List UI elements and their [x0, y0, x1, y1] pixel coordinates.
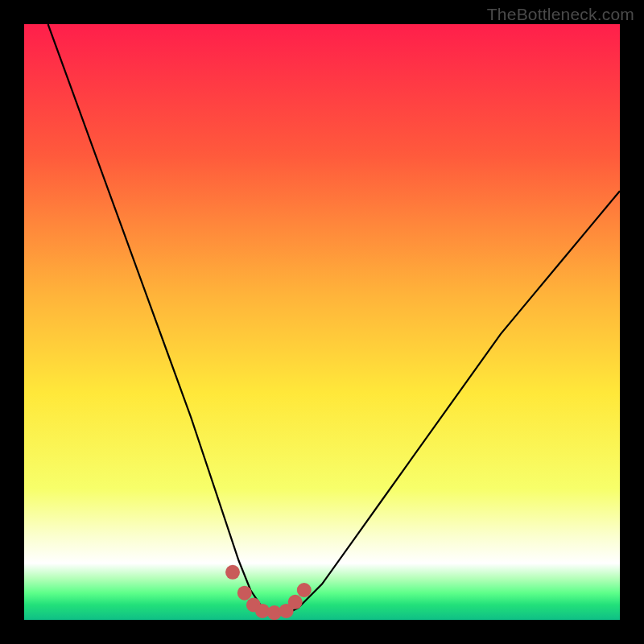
- chart-frame: TheBottleneck.com: [0, 0, 644, 644]
- watermark-text: TheBottleneck.com: [487, 5, 634, 24]
- background-gradient: [24, 24, 620, 620]
- gradient-rect: [24, 24, 620, 620]
- plot-area: [24, 24, 620, 620]
